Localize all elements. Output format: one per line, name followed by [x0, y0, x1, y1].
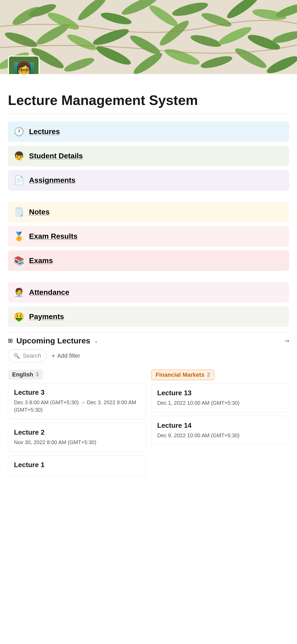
section-exams[interactable]: 📚 Exams — [8, 250, 289, 271]
lectures-icon: 🕐 — [14, 127, 24, 137]
section-notes[interactable]: 🗒️ Notes — [8, 202, 289, 222]
upcoming-title-group[interactable]: ⊞ Upcoming Lectures ⌄ — [8, 336, 98, 345]
assignments-label: Assignments — [29, 176, 76, 185]
lecture-2-date: Nov 30, 2022 8:00 AM (GMT+5:30) — [14, 439, 140, 446]
upcoming-title: Upcoming Lectures — [16, 336, 90, 345]
lecture-1-title: Lecture 1 — [14, 461, 140, 469]
header-banner: 👩‍🏫 — [0, 0, 297, 74]
lecture-card-14[interactable]: Lecture 14 Dec 9, 2022 10:00 AM (GMT+5:3… — [151, 416, 289, 445]
add-filter-label: Add filter — [57, 352, 80, 359]
lecture-13-date: Dec 1, 2022 10:00 AM (GMT+5:30) — [157, 399, 283, 407]
lecture-3-date: Dec 3 8:00 AM (GMT+5:30) → Dec 3, 2022 8… — [14, 399, 140, 413]
search-label: Search — [23, 352, 41, 359]
english-count: 3 — [36, 371, 39, 378]
search-icon: 🔍 — [13, 353, 20, 359]
section-attendance[interactable]: 🧑‍💼 Attendance — [8, 282, 289, 303]
expand-icon[interactable]: ↗ — [282, 337, 291, 345]
plus-icon: + — [51, 352, 55, 360]
lecture-card-3[interactable]: Lecture 3 Dec 3 8:00 AM (GMT+5:30) → Dec… — [8, 383, 146, 419]
attendance-icon: 🧑‍💼 — [14, 287, 24, 297]
english-badge: English 3 — [8, 370, 43, 380]
exams-label: Exams — [29, 256, 53, 265]
lecture-3-title: Lecture 3 — [14, 388, 140, 397]
payments-label: Payments — [29, 312, 64, 321]
assignments-icon: 📄 — [14, 175, 24, 185]
student-icon: 👦 — [14, 151, 24, 161]
financial-markets-badge: Financial Markets 2 — [151, 370, 215, 380]
section-assignments[interactable]: 📄 Assignments — [8, 170, 289, 191]
lecture-card-2[interactable]: Lecture 2 Nov 30, 2022 8:00 AM (GMT+5:30… — [8, 423, 146, 452]
lecture-card-13[interactable]: Lecture 13 Dec 1, 2022 10:00 AM (GMT+5:3… — [151, 383, 289, 412]
english-label: English — [12, 371, 33, 378]
title-divider — [8, 114, 289, 114]
financial-markets-label: Financial Markets — [156, 371, 205, 378]
lecture-card-1[interactable]: Lecture 1 — [8, 455, 146, 477]
upcoming-icon: ⊞ — [8, 337, 13, 344]
exams-icon: 📚 — [14, 256, 24, 266]
section-exam-results[interactable]: 🏅 Exam Results — [8, 226, 289, 247]
payments-icon: 🤑 — [14, 312, 24, 322]
student-label: Student Details — [29, 152, 83, 160]
search-box[interactable]: 🔍 Search — [8, 349, 47, 362]
column-financial-markets: Financial Markets 2 Lecture 13 Dec 1, 20… — [151, 370, 289, 480]
column-english: English 3 Lecture 3 Dec 3 8:00 AM (GMT+5… — [8, 370, 146, 480]
lecture-2-title: Lecture 2 — [14, 428, 140, 436]
notes-label: Notes — [29, 208, 50, 216]
section-student-details[interactable]: 👦 Student Details — [8, 146, 289, 166]
financial-col-header: Financial Markets 2 — [151, 370, 289, 380]
spacer-1 — [8, 194, 289, 202]
avatar: 👩‍🏫 — [8, 56, 40, 74]
upcoming-header: ⊞ Upcoming Lectures ⌄ ↗ — [8, 332, 289, 349]
lecture-14-date: Dec 9, 2022 10:00 AM (GMT+5:30) — [157, 432, 283, 439]
section-payments[interactable]: 🤑 Payments — [8, 306, 289, 327]
english-col-header: English 3 — [8, 370, 146, 380]
exam-results-label: Exam Results — [29, 232, 78, 241]
attendance-label: Attendance — [29, 288, 69, 297]
add-filter-button[interactable]: + Add filter — [51, 352, 80, 360]
financial-markets-count: 2 — [207, 372, 210, 378]
chevron-down-icon[interactable]: ⌄ — [94, 338, 98, 344]
upcoming-lectures-section: ⊞ Upcoming Lectures ⌄ ↗ 🔍 Search + Add f… — [8, 332, 289, 480]
exam-results-icon: 🏅 — [14, 231, 24, 241]
spacer-2 — [8, 275, 289, 282]
lectures-label: Lectures — [29, 127, 60, 136]
lecture-13-title: Lecture 13 — [157, 389, 283, 397]
gallery-grid: English 3 Lecture 3 Dec 3 8:00 AM (GMT+5… — [8, 370, 289, 480]
lecture-14-title: Lecture 14 — [157, 421, 283, 430]
search-filter-row: 🔍 Search + Add filter — [8, 349, 289, 362]
page-title: Lecture Management System — [8, 93, 289, 108]
notes-icon: 🗒️ — [14, 207, 24, 217]
sections-container: 🕐 Lectures 👦 Student Details 📄 Assignmen… — [8, 121, 289, 327]
section-lectures[interactable]: 🕐 Lectures — [8, 121, 289, 142]
